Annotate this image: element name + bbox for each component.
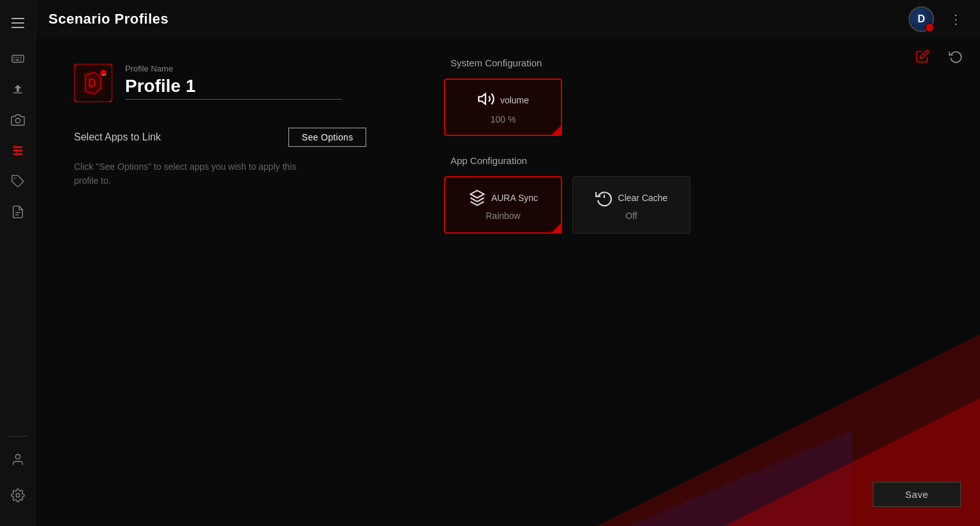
svg-point-14 <box>15 153 18 156</box>
avatar-letter: D <box>917 13 925 25</box>
system-config-cards: volume 100 % <box>444 79 954 136</box>
app-config-title: App Configuration <box>444 155 954 166</box>
avatar[interactable]: D <box>909 6 934 32</box>
left-panel: D ... Profile Name Select Apps to Link S… <box>36 38 419 526</box>
svg-rect-1 <box>13 57 14 58</box>
aura-sync-label: AURA Sync <box>491 193 538 203</box>
sidebar-item-user[interactable] <box>5 447 31 472</box>
app-config-cards: AURA Sync Rainbow <box>444 176 954 234</box>
sidebar-item-sliders[interactable] <box>5 138 31 163</box>
svg-text:D: D <box>88 77 96 89</box>
svg-rect-0 <box>11 56 23 63</box>
more-options-button[interactable]: ⋮ <box>944 9 967 29</box>
svg-rect-6 <box>15 59 19 61</box>
profile-name-input[interactable] <box>125 76 342 100</box>
aura-sync-icon <box>468 189 486 207</box>
volume-card-icon-row: volume <box>477 90 529 110</box>
profile-section: D ... Profile Name <box>74 64 380 102</box>
see-options-button[interactable]: See Options <box>288 128 366 147</box>
svg-text:...: ... <box>101 70 107 77</box>
volume-card-value: 100 % <box>491 114 516 124</box>
clear-cache-label: Clear Cache <box>618 193 668 203</box>
profile-info: Profile Name <box>125 64 380 100</box>
sidebar-item-document[interactable] <box>5 199 31 225</box>
svg-rect-2 <box>15 57 17 58</box>
edit-icon-button[interactable] <box>911 45 934 68</box>
header-right: D ⋮ <box>909 6 967 32</box>
clear-cache-icon <box>595 189 613 207</box>
sidebar <box>0 0 36 526</box>
volume-card[interactable]: volume 100 % <box>444 79 562 136</box>
svg-point-8 <box>15 118 20 123</box>
svg-rect-3 <box>18 57 19 58</box>
svg-rect-4 <box>20 57 21 58</box>
svg-marker-25 <box>479 94 486 104</box>
profile-name-label: Profile Name <box>125 64 380 73</box>
aura-sync-icon-row: AURA Sync <box>468 189 538 207</box>
sidebar-item-settings[interactable] <box>5 483 31 508</box>
svg-point-13 <box>19 149 22 153</box>
clear-cache-card[interactable]: Clear Cache Off <box>572 176 690 234</box>
page-title: Scenario Profiles <box>48 11 168 27</box>
svg-point-19 <box>16 493 20 497</box>
svg-rect-5 <box>13 59 14 61</box>
sidebar-menu-button[interactable] <box>5 10 31 36</box>
bg-shape-red2 <box>725 398 980 526</box>
volume-icon <box>477 90 495 110</box>
sidebar-item-camera[interactable] <box>5 107 31 133</box>
clear-cache-value: Off <box>625 211 637 221</box>
svg-point-18 <box>15 455 20 459</box>
aura-sync-value: Rainbow <box>486 211 520 221</box>
click-hint: Click "See Options" to select apps you w… <box>74 160 316 188</box>
volume-card-label: volume <box>500 95 529 105</box>
aura-sync-card[interactable]: AURA Sync Rainbow <box>444 176 562 234</box>
select-apps-row: Select Apps to Link See Options <box>74 128 380 147</box>
sidebar-item-keyboard[interactable] <box>5 46 31 71</box>
save-button[interactable]: Save <box>873 482 961 507</box>
clear-cache-icon-row: Clear Cache <box>595 189 668 207</box>
header: Scenario Profiles D ⋮ <box>36 0 980 38</box>
sidebar-divider <box>8 436 27 437</box>
profile-logo: D ... <box>74 64 112 102</box>
system-config-title: System Configuration <box>444 57 954 68</box>
sidebar-item-tag[interactable] <box>5 169 31 194</box>
app-configuration-section: App Configuration AURA Sync <box>444 155 954 234</box>
svg-point-12 <box>14 146 17 149</box>
select-apps-label: Select Apps to Link <box>74 132 161 143</box>
svg-rect-7 <box>20 59 21 61</box>
top-right-actions <box>911 45 967 68</box>
sidebar-bottom <box>5 431 31 513</box>
system-configuration-section: System Configuration volume 100 % <box>444 57 954 136</box>
history-icon-button[interactable] <box>944 45 967 68</box>
sidebar-item-upload[interactable] <box>5 77 31 102</box>
